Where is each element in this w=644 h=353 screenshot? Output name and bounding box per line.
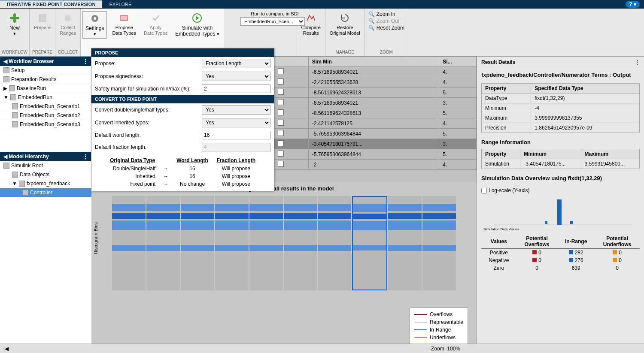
svg-rect-1 (65, 15, 70, 21)
accept-checkbox[interactable] (278, 161, 284, 167)
word-length-label: Default word length: (95, 132, 202, 138)
column-header[interactable]: Sim Min (308, 57, 439, 67)
zoom-level: Zoom: 100% (431, 346, 460, 352)
zoom-group-label: ZOOM (380, 49, 393, 55)
collect-icon (62, 12, 74, 24)
histogram-column[interactable] (318, 196, 351, 290)
accept-checkbox[interactable] (278, 99, 284, 105)
convert-dbl-label: Convert double/single/half types: (95, 107, 202, 113)
visualization-panel: Visualization of Simulation Data Histogr… (91, 170, 477, 353)
zoom-in-icon: 🔍 (368, 11, 375, 17)
manage-group-label: MANAGE (336, 49, 354, 55)
propose-select[interactable]: Fraction Length (202, 59, 270, 68)
model-tree-item[interactable]: ▼ fxpdemo_feedback (0, 179, 91, 188)
svg-rect-0 (39, 15, 46, 21)
result-details-panel: Result Details ⋮ fxpdemo_feedback/Contro… (477, 57, 644, 353)
accept-checkbox[interactable] (278, 109, 284, 115)
collapse-icon[interactable]: ◀ (3, 154, 7, 160)
menu-dots-icon[interactable]: ⋮ (83, 154, 88, 160)
accept-checkbox[interactable] (278, 89, 284, 95)
menu-dots-icon[interactable]: ⋮ (83, 58, 88, 64)
nav-first-icon[interactable]: |◀ (3, 346, 9, 352)
tree-item-icon (12, 121, 18, 127)
reset-zoom-icon: 🔍 (368, 25, 375, 31)
collect-label: Collect Ranges (60, 25, 76, 36)
tab-explore[interactable]: EXPLORE (102, 0, 138, 8)
workflow-item[interactable]: EmbeddedRun_Scenario1 (0, 102, 91, 111)
safety-margin-input[interactable] (202, 84, 270, 93)
simulate-button[interactable]: Simulate with Embedded Types ▾ (173, 11, 222, 38)
plus-icon (9, 12, 21, 24)
histogram-column[interactable] (215, 196, 249, 290)
prepare-label: Prepare (34, 25, 51, 30)
histogram-column[interactable] (422, 196, 456, 290)
accept-checkbox[interactable] (278, 120, 284, 126)
fraction-length-input (202, 143, 270, 151)
model-tree-item[interactable]: Data Objects (0, 170, 91, 179)
collapse-icon[interactable]: ◀ (3, 58, 7, 64)
help-button[interactable]: ? ▾ (626, 1, 640, 8)
convert-dbl-select[interactable]: Yes (202, 105, 270, 115)
prepare-button: Prepare (31, 11, 53, 31)
accept-checkbox[interactable] (278, 140, 284, 146)
workflow-item[interactable]: ▶ BaselineRun (0, 84, 91, 93)
histogram-area[interactable] (95, 192, 473, 295)
accept-checkbox[interactable] (278, 78, 284, 84)
sdi-select[interactable]: EmbeddedRun_Scen... (240, 17, 305, 26)
workflow-item[interactable]: EmbeddedRun_Scenario2 (0, 111, 91, 120)
accept-checkbox[interactable] (278, 68, 284, 74)
svg-rect-4 (121, 15, 128, 21)
range-table: Property Minimum Maximum Simulation-3.40… (481, 149, 640, 169)
play-icon (191, 12, 203, 24)
tree-item-icon (12, 172, 18, 178)
accept-checkbox[interactable] (278, 130, 284, 136)
accept-checkbox[interactable] (278, 151, 284, 157)
propose-section-header: PROPOSE (91, 48, 274, 57)
histogram-column[interactable] (284, 196, 317, 290)
new-button[interactable]: New▾ (6, 11, 23, 38)
gear-icon (89, 12, 101, 24)
workflow-item[interactable]: Preparation Results (0, 75, 91, 84)
result-path: fxpdemo_feedback/Controller/Numerator Te… (477, 68, 644, 81)
histogram-column[interactable] (112, 196, 146, 290)
collect-ranges-button: Collect Ranges (57, 11, 79, 37)
histogram-column[interactable] (146, 196, 180, 290)
propose-types-button[interactable]: Propose Data Types (109, 11, 138, 37)
signedness-select[interactable]: Yes (202, 72, 270, 81)
model-tree-item[interactable]: Simulink Root (0, 161, 91, 170)
histogram-column[interactable] (249, 196, 283, 290)
tree-item-icon (22, 190, 28, 196)
fraction-length-label: Default fraction length: (95, 144, 202, 150)
overview-title: Simulation Data Overview using fixdt(1,3… (477, 171, 644, 183)
menu-dots-icon[interactable]: ⋮ (635, 59, 640, 65)
word-length-input[interactable] (202, 131, 270, 139)
histogram-column[interactable] (352, 196, 387, 290)
settings-button[interactable]: Settings▾ (82, 11, 107, 39)
workflow-group-label: WORKFLOW (2, 49, 27, 55)
restore-button[interactable]: Restore Original Model (327, 11, 363, 37)
tree-item-icon (10, 94, 16, 100)
apply-icon (150, 12, 162, 24)
propose-label: Propose: (95, 60, 202, 66)
histogram-column[interactable] (181, 196, 214, 290)
propose-icon (118, 12, 130, 24)
histogram-column[interactable] (388, 196, 422, 290)
tree-item-icon (9, 85, 15, 91)
workflow-browser-header: ◀ Workflow Browser ⋮ (0, 57, 91, 66)
model-hierarchy-header: ◀ Model Hierarchy ⋮ (0, 152, 91, 161)
values-summary-table: ValuesPotential OverflowsIn-RangePotenti… (481, 235, 640, 272)
workflow-item[interactable]: ▼ EmbeddedRun (0, 93, 91, 102)
convert-inh-select[interactable]: Yes (202, 118, 270, 127)
svg-point-3 (94, 17, 96, 20)
workflow-item[interactable]: EmbeddedRun_Scenario3 (0, 120, 91, 129)
log-scale-checkbox[interactable]: Log-scale (Y-axis) (481, 186, 640, 195)
range-section-title: Range Information (477, 135, 644, 147)
column-header[interactable]: Si... (439, 57, 477, 67)
zoom-out-button: 🔍 Zoom Out (368, 18, 404, 24)
tab-iterative[interactable]: ITERATIVE FIXED-POINT CONVERSION (0, 0, 102, 8)
reset-zoom-button[interactable]: 🔍 Reset Zoom (368, 25, 404, 31)
zoom-in-button[interactable]: 🔍 Zoom In (368, 11, 404, 17)
model-tree-item[interactable]: Controller (0, 188, 91, 197)
collect-group-label: COLLECT (58, 49, 78, 55)
workflow-item[interactable]: Setup (0, 66, 91, 75)
